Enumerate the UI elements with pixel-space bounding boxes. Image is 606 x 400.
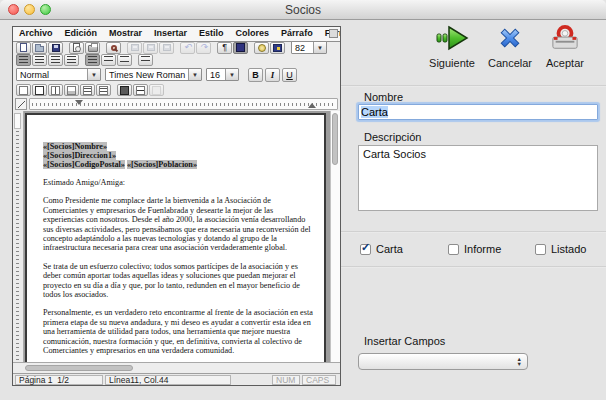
zoom-value: 82 [295, 43, 305, 53]
menu-estilo[interactable]: Estilo [193, 27, 230, 41]
align-center-button[interactable] [32, 54, 47, 66]
line-spacing-2-button[interactable] [117, 54, 132, 66]
scrollbar-thumb[interactable] [332, 113, 338, 165]
salutation: Estimado Amigo/Amiga: [43, 178, 315, 187]
redo-button[interactable]: ↷ [196, 42, 211, 54]
checkbox-unchecked-icon[interactable] [448, 244, 459, 255]
horizontal-ruler[interactable] [29, 98, 338, 110]
checkbox-unchecked-icon[interactable] [535, 244, 546, 255]
line-spacing-2-icon [120, 56, 129, 64]
menu-overflow-icon[interactable] [329, 29, 338, 38]
font-select[interactable]: Times New Roman ▼ [105, 68, 202, 81]
nombre-input[interactable]: Carta [358, 104, 598, 120]
aceptar-label: Aceptar [533, 57, 597, 69]
footer-box-button[interactable] [133, 84, 148, 96]
open-folder-icon [35, 46, 44, 52]
print-preview-button[interactable] [69, 42, 84, 54]
vertical-ruler[interactable] [13, 111, 24, 362]
document-horizontal-scrollbar[interactable] [13, 362, 340, 373]
document-page[interactable]: «[Socios]Nombre» «[Socios]Direccion1» «[… [25, 113, 326, 362]
aceptar-button[interactable]: Aceptar [533, 24, 597, 72]
merge-field: «[Socios]Direccion1» [43, 151, 116, 160]
font-size-select[interactable]: 16 ▼ [206, 68, 239, 81]
menu-archivo[interactable]: Archivo [13, 27, 59, 41]
frame-rows-icon [83, 86, 92, 95]
merge-tool-button-1[interactable] [127, 42, 142, 54]
frame-disabled-button[interactable] [149, 84, 164, 96]
chevron-down-icon: ▼ [87, 69, 100, 80]
aceptar-icon [549, 24, 581, 52]
menu-parrafo[interactable]: Párrafo [275, 27, 319, 41]
zoom-select[interactable]: 82 ▼ [291, 41, 327, 54]
style-select[interactable]: Normal ▼ [16, 68, 101, 81]
align-center-icon [35, 56, 44, 64]
insertar-campos-label: Insertar Campos [364, 335, 445, 347]
merge-field: «[Socios]CodigoPostal» [43, 160, 125, 169]
menu-mostrar[interactable]: Mostrar [103, 27, 148, 41]
checkbox-informe[interactable]: Informe [448, 243, 501, 255]
show-invisibles-button[interactable]: ¶ [217, 42, 232, 54]
new-document-icon [20, 43, 27, 52]
frame-box-button[interactable] [32, 84, 47, 96]
menu-colores[interactable]: Colores [230, 27, 276, 41]
save-button[interactable] [48, 42, 63, 54]
merge-tool-button-2[interactable] [143, 42, 158, 54]
checkbox-carta-label: Carta [376, 243, 403, 255]
descripcion-textarea[interactable]: Carta Socios [358, 145, 598, 211]
menu-insertar[interactable]: Insertar [148, 27, 193, 41]
new-document-button[interactable] [16, 42, 31, 54]
align-right-button[interactable] [48, 54, 63, 66]
layers-icon [147, 44, 155, 51]
align-justify-button[interactable] [64, 54, 79, 66]
stamp-color-icon [163, 44, 171, 51]
align-left-button[interactable] [16, 54, 31, 66]
undo-button[interactable]: ↶ [180, 42, 195, 54]
line-spacing-1-button[interactable] [85, 54, 100, 66]
list-button[interactable] [138, 54, 153, 66]
editor-status-bar: Página 1 1/2 Línea11, Col.44 NUM CAPS [13, 373, 340, 386]
frame-rows-button[interactable] [80, 84, 95, 96]
check-mark: ✓ [361, 241, 370, 254]
merge-field-line: «[Socios]Nombre» [43, 142, 315, 151]
checkbox-checked-icon[interactable]: ✓ [360, 244, 371, 255]
frame-columns-icon [51, 86, 60, 95]
underline-button[interactable]: U [282, 68, 297, 82]
line-spacing-15-button[interactable] [101, 54, 116, 66]
bold-button[interactable]: B [248, 68, 263, 82]
field-shading-button[interactable] [233, 42, 248, 54]
align-left-icon [19, 56, 28, 64]
frame-rows-2-button[interactable] [96, 84, 111, 96]
document-area: «[Socios]Nombre» «[Socios]Direccion1» «[… [13, 111, 340, 362]
find-button[interactable] [106, 42, 121, 54]
frame-none-button[interactable] [16, 84, 31, 96]
toolbar-row-font: Normal ▼ Times New Roman ▼ 16 ▼ B I U [13, 66, 340, 83]
indent-marker-left[interactable] [75, 100, 83, 105]
printer-icon [88, 45, 98, 52]
merge-tool-button-3[interactable] [159, 42, 174, 54]
font-value: Times New Roman [109, 70, 185, 80]
siguiente-button[interactable]: Siguiente [420, 24, 484, 72]
insert-time-button[interactable] [254, 42, 269, 54]
italic-button[interactable]: I [265, 68, 280, 82]
open-button[interactable] [32, 42, 47, 54]
header-box-button[interactable] [117, 84, 132, 96]
toolbar-row-standard: ↶ ↷ ¶ 82 ▼ [13, 41, 340, 54]
indent-marker-right[interactable] [308, 103, 316, 108]
frame-columns-button[interactable] [48, 84, 63, 96]
chevron-down-icon: ▼ [188, 69, 201, 80]
stamp-icon [131, 44, 139, 51]
siguiente-icon [433, 24, 471, 52]
insert-date-button[interactable] [270, 42, 285, 54]
document-vertical-scrollbar[interactable] [330, 111, 340, 362]
insertar-campos-select[interactable]: ▲▼ [358, 353, 528, 370]
menu-edicion[interactable]: Edición [59, 27, 104, 41]
undo-icon: ↶ [184, 43, 192, 52]
checkbox-carta[interactable]: ✓ Carta [360, 243, 403, 255]
separator [341, 85, 606, 87]
cancelar-icon [495, 24, 525, 52]
frame-bottom-button[interactable] [64, 84, 79, 96]
scrollbar-thumb[interactable] [25, 365, 133, 371]
checkbox-listado[interactable]: Listado [535, 243, 586, 255]
print-button[interactable] [85, 42, 100, 54]
tab-stop-button[interactable] [15, 98, 27, 110]
